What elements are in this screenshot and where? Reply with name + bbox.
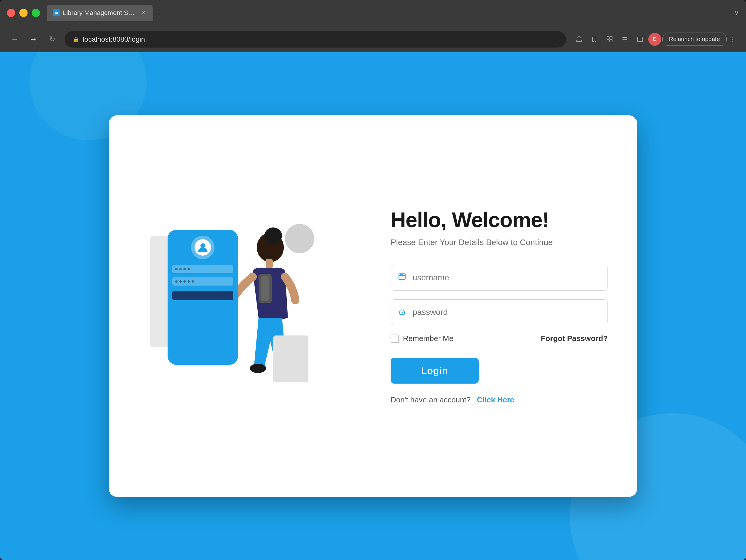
svg-rect-2 <box>607 37 609 39</box>
login-card: Hello, Welcome! Please Enter Your Detail… <box>109 115 637 497</box>
phone-field-1 <box>172 265 233 273</box>
bg-circle <box>285 224 314 253</box>
svg-rect-6 <box>623 37 627 38</box>
phone-login-btn <box>172 291 233 300</box>
toolbar-icons: E Relaunch to update ⋮ <box>572 32 738 46</box>
page-content: Hello, Welcome! Please Enter Your Detail… <box>0 52 746 560</box>
illustration-panel <box>109 115 361 497</box>
password-field-container <box>391 299 608 325</box>
maximize-window-button[interactable] <box>32 9 40 17</box>
svg-point-11 <box>200 243 205 248</box>
extensions-icon[interactable] <box>602 32 616 46</box>
svg-rect-15 <box>266 259 272 268</box>
back-button[interactable]: ← <box>8 33 21 46</box>
signup-prompt-text: Don't have an account? <box>391 395 470 404</box>
password-icon <box>398 308 406 317</box>
profile-avatar[interactable]: E <box>648 33 661 46</box>
tab-bar: 📖 Library Management System ✕ + <box>47 5 731 21</box>
illustration-scene <box>150 206 320 406</box>
reading-list-icon[interactable] <box>618 32 632 46</box>
dot <box>188 268 190 270</box>
forward-button[interactable]: → <box>27 33 40 46</box>
new-tab-button[interactable]: + <box>152 6 166 19</box>
share-icon[interactable] <box>572 32 586 46</box>
phone-avatar-area <box>172 236 233 259</box>
username-field-container <box>391 265 608 290</box>
remember-me-checkbox[interactable] <box>391 335 399 343</box>
signup-link[interactable]: Click Here <box>477 395 514 404</box>
reload-button[interactable]: ↻ <box>46 33 59 46</box>
titlebar: 📖 Library Management System ✕ + ∨ <box>0 0 746 26</box>
remember-me-text: Remember Me <box>403 334 453 343</box>
svg-rect-7 <box>623 39 627 39</box>
remember-me-label[interactable]: Remember Me <box>391 334 453 343</box>
login-button[interactable]: Login <box>391 358 479 384</box>
svg-rect-17 <box>261 276 269 301</box>
close-window-button[interactable] <box>7 9 15 17</box>
bookmark-icon[interactable] <box>587 32 601 46</box>
dot <box>175 268 177 270</box>
dot <box>175 280 177 283</box>
forgot-password-link[interactable]: Forgot Password? <box>541 334 608 343</box>
form-heading: Hello, Welcome! <box>391 208 608 232</box>
phone-avatar-inner <box>195 239 211 256</box>
tab-close-button[interactable]: ✕ <box>140 9 147 17</box>
svg-text:📖: 📖 <box>54 11 59 15</box>
password-input[interactable] <box>391 299 608 325</box>
minimize-window-button[interactable] <box>19 9 28 17</box>
more-options-button[interactable]: ⋮ <box>728 34 738 45</box>
signup-prompt: Don't have an account? Click Here <box>391 395 608 404</box>
form-panel: Hello, Welcome! Please Enter Your Detail… <box>361 115 637 497</box>
form-subheading: Please Enter Your Details Below to Conti… <box>391 238 608 247</box>
secure-icon: 🔒 <box>73 36 79 43</box>
split-view-icon[interactable] <box>633 32 647 46</box>
address-bar[interactable]: 🔒 localhost:8080/login <box>64 31 566 48</box>
svg-rect-4 <box>607 39 609 42</box>
dot <box>183 280 186 283</box>
phone-avatar-circle <box>191 236 214 259</box>
svg-point-23 <box>401 312 403 313</box>
browser-window: 📖 Library Management System ✕ + ∨ ← → ↻ … <box>0 0 746 560</box>
window-controls <box>7 9 40 17</box>
username-icon <box>398 273 406 283</box>
dot <box>179 280 182 283</box>
svg-point-13 <box>264 227 282 244</box>
tab-dropdown-button[interactable]: ∨ <box>734 9 739 17</box>
url-text: localhost:8080/login <box>83 35 145 44</box>
form-options: Remember Me Forgot Password? <box>391 334 608 343</box>
username-input[interactable] <box>391 265 608 290</box>
svg-point-19 <box>250 364 266 373</box>
addressbar: ← → ↻ 🔒 localhost:8080/login <box>0 26 746 52</box>
bg-cabinet <box>273 335 309 383</box>
dot <box>188 280 190 283</box>
relaunch-button[interactable]: Relaunch to update <box>662 33 727 46</box>
svg-rect-8 <box>623 41 627 41</box>
dot <box>183 268 186 270</box>
tab-title: Library Management System <box>63 9 137 17</box>
phone-mockup <box>168 230 238 365</box>
tab-favicon-icon: 📖 <box>53 9 60 17</box>
dot <box>192 280 194 283</box>
active-tab[interactable]: 📖 Library Management System ✕ <box>47 5 152 21</box>
svg-rect-3 <box>610 37 612 39</box>
svg-rect-5 <box>610 39 612 42</box>
dot <box>179 268 182 270</box>
phone-field-2 <box>172 277 233 286</box>
